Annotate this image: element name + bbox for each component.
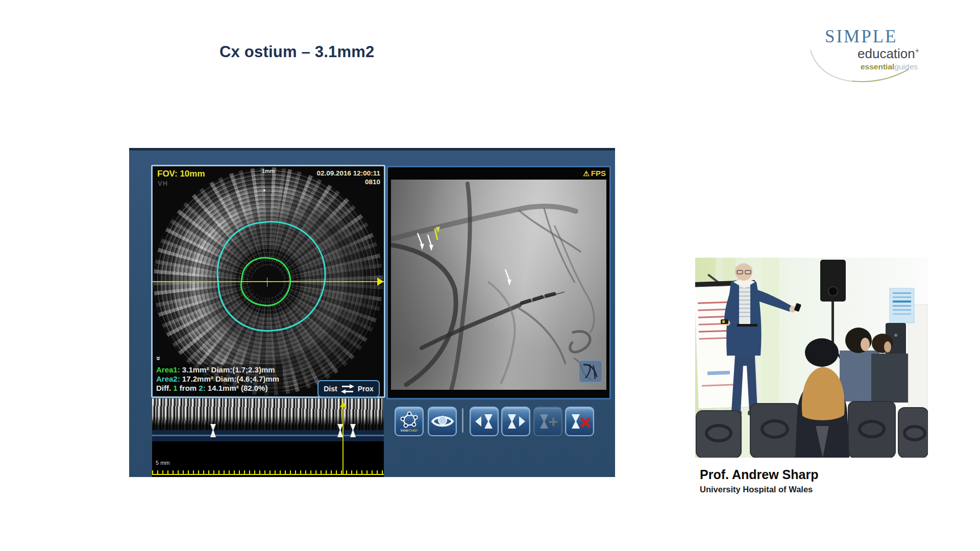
presenter-affiliation: University Hospital of Wales xyxy=(700,485,813,494)
presenter-video-thumbnail[interactable] xyxy=(695,258,928,458)
marker-right-icon xyxy=(506,413,526,430)
area1-line: Area1: 3.1mm² Diam:(1.7;2.3)mm xyxy=(156,365,279,374)
pullback-strip-top xyxy=(152,398,384,430)
dist-prox-toggle[interactable]: Dist Prox xyxy=(317,380,380,397)
angio-marker-pins xyxy=(418,227,511,286)
prox-label: Prox xyxy=(358,385,374,393)
collapse-chevron-icon[interactable]: » xyxy=(155,356,163,360)
marker-delete-button[interactable] xyxy=(565,407,594,436)
logo-essentialguides-text: essentialguides xyxy=(861,62,918,71)
vh-watermark: VH xyxy=(158,180,168,187)
vessel-tree-icon xyxy=(579,361,601,381)
pullback-mid-line xyxy=(152,435,384,436)
contour-points-icon xyxy=(400,411,419,430)
center-crosshair xyxy=(267,278,267,287)
fov-label: FOV: 10mm xyxy=(157,169,205,179)
angiogram-vessels xyxy=(391,180,606,390)
logo-plus: + xyxy=(915,46,919,55)
slide-title: Cx ostium – 3.1mm2 xyxy=(219,43,374,61)
angiogram-image xyxy=(391,180,606,390)
axis-arrow-icon xyxy=(377,278,384,286)
calibration-dot xyxy=(263,189,265,191)
marker-add-button xyxy=(533,407,562,436)
datetime-text: 02.09.2016 12:00:11 xyxy=(316,169,380,178)
center-crosshair xyxy=(263,282,272,282)
ivus-cross-section-panel: FOV: 10mm VH 1mm 02.09.2016 12:00:11 081… xyxy=(151,165,385,398)
scale-label: 1mm xyxy=(262,168,275,174)
marker-left-button[interactable] xyxy=(470,407,499,436)
marker-delete-icon xyxy=(570,413,590,430)
show-borders-button[interactable] xyxy=(428,407,457,436)
diff-line: Diff. 1 from 2: 14.1mm² (82.0%) xyxy=(156,384,279,393)
vessel-tree-button[interactable] xyxy=(579,360,602,383)
marker-right-button[interactable] xyxy=(501,407,530,436)
contour-detect-button[interactable]: InnerOuter xyxy=(395,407,424,436)
swap-arrows-icon xyxy=(341,384,354,394)
toolbar-divider xyxy=(462,408,463,433)
cursor-arrow-icon xyxy=(340,402,346,407)
fps-warning: ⚠FPS xyxy=(583,169,606,178)
simple-education-logo: SIMPLE education+ essentialguides xyxy=(806,27,944,90)
ivus-console-screenshot: FOV: 10mm VH 1mm 02.09.2016 12:00:11 081… xyxy=(129,148,615,477)
measurement-overlay: Area1: 3.1mm² Diam:(1.7;2.3)mm Area2: 17… xyxy=(154,364,283,395)
dist-label: Dist xyxy=(324,385,337,393)
frame-number: 0810 xyxy=(316,178,380,186)
timestamp-block: 02.09.2016 12:00:11 0810 xyxy=(316,169,380,186)
presenter-name: Prof. Andrew Sharp xyxy=(700,467,818,482)
current-frame-cursor[interactable] xyxy=(342,398,344,474)
wall-poster xyxy=(890,288,914,323)
marker-left-icon xyxy=(474,413,495,430)
pullback-ruler-line xyxy=(152,474,384,475)
contour-button-label: InnerOuter xyxy=(401,429,418,432)
logo-education-text: education+ xyxy=(857,46,919,62)
eye-icon xyxy=(431,414,454,429)
pullback-scale-label: 5 mm xyxy=(154,460,172,466)
pullback-longitudinal-panel: 5 mm xyxy=(152,398,384,477)
warning-triangle-icon: ⚠ xyxy=(583,169,590,178)
logo-simple-text: SIMPLE xyxy=(825,27,897,47)
angiography-panel: ⚠FPS xyxy=(386,166,611,399)
marker-add-icon xyxy=(538,413,558,430)
presenter-scene xyxy=(695,258,928,458)
area2-line: Area2: 17.2mm² Diam:(4.6;4.7)mm xyxy=(156,374,279,384)
